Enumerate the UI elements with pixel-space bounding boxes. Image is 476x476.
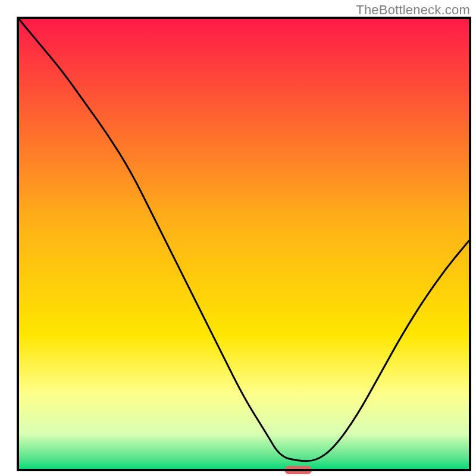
chart-container: { "attribution": "TheBottleneck.com", "c… xyxy=(0,0,476,476)
attribution-label: TheBottleneck.com xyxy=(356,2,470,18)
gradient-background xyxy=(18,18,470,470)
bottleneck-chart xyxy=(0,0,476,476)
plot-area xyxy=(18,18,470,474)
